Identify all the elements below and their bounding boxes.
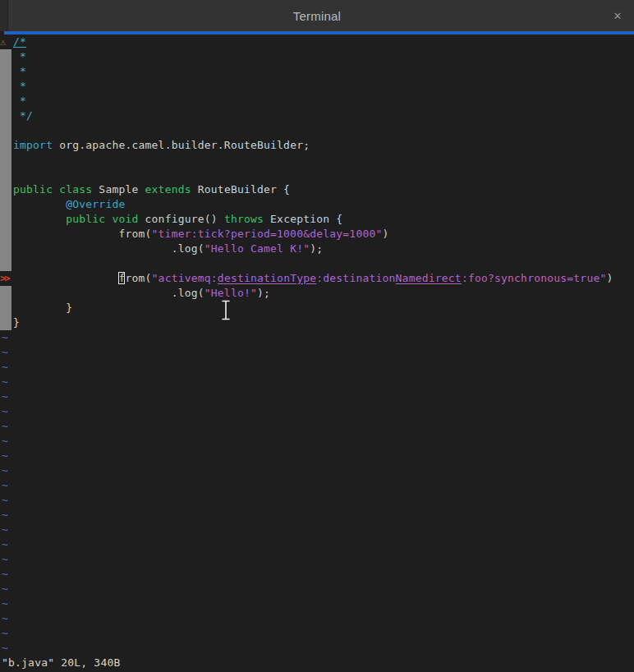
code-text: public void configure() throws Exception… bbox=[13, 212, 342, 227]
status-line: "b.java" 20L, 340B bbox=[2, 656, 120, 672]
titlebar[interactable]: Terminal ✕ bbox=[0, 0, 634, 31]
code-token: ); bbox=[310, 242, 323, 255]
code-token: */ bbox=[13, 109, 33, 122]
code-line: * bbox=[0, 79, 634, 94]
code-token bbox=[13, 272, 118, 284]
code-token: throws bbox=[224, 213, 264, 225]
code-text: } bbox=[13, 315, 20, 330]
empty-line-tilde: ~ bbox=[0, 552, 634, 567]
code-line: >> from("activemq:destinationType:destin… bbox=[0, 271, 634, 286]
empty-line-tilde: ~ bbox=[0, 626, 634, 641]
code-text: * bbox=[13, 49, 26, 64]
empty-line-tilde: ~ bbox=[0, 508, 634, 522]
code-line: * bbox=[0, 49, 634, 64]
code-line bbox=[0, 123, 634, 138]
empty-line-tilde: ~ bbox=[0, 537, 634, 552]
empty-line-tilde: ~ bbox=[0, 360, 634, 375]
sign-column bbox=[0, 94, 13, 108]
code-line bbox=[0, 153, 634, 168]
code-token: public bbox=[13, 183, 53, 196]
code-token: org.apache.camel.builder.RouteBuilder; bbox=[53, 139, 310, 151]
empty-line-tilde: ~ bbox=[0, 330, 634, 345]
code-text: /* bbox=[13, 35, 26, 49]
empty-line-tilde: ~ bbox=[0, 449, 634, 463]
sign-column bbox=[0, 138, 13, 153]
code-token bbox=[13, 198, 66, 210]
empty-line-tilde: ~ bbox=[0, 404, 634, 419]
error-sign-icon: >> bbox=[0, 271, 13, 286]
sign-column bbox=[0, 123, 13, 138]
code-line: * bbox=[0, 94, 634, 108]
code-token bbox=[13, 213, 66, 225]
code-token: "activemq: bbox=[152, 272, 218, 284]
code-line: .log("Hello!"); bbox=[0, 286, 634, 301]
code-token: .log( bbox=[13, 242, 204, 255]
code-line: */ bbox=[0, 108, 634, 123]
terminal-window: Terminal ✕ ⚠/* * * * * */import org.apac… bbox=[0, 0, 634, 672]
code-text: } bbox=[13, 301, 72, 315]
code-token bbox=[53, 183, 59, 196]
code-line: import org.apache.camel.builder.RouteBui… bbox=[0, 138, 634, 153]
code-text: public class Sample extends RouteBuilder… bbox=[13, 182, 290, 197]
sign-column bbox=[0, 108, 13, 123]
code-token: "Hello Camel K!" bbox=[204, 242, 310, 255]
code-area: ⚠/* * * * * */import org.apache.camel.bu… bbox=[0, 35, 634, 330]
close-icon[interactable]: ✕ bbox=[609, 0, 627, 31]
code-line: ⚠/* bbox=[0, 35, 634, 49]
empty-line-tilde: ~ bbox=[0, 478, 634, 493]
code-text: .log("Hello!"); bbox=[13, 286, 270, 301]
window-title: Terminal bbox=[293, 9, 341, 23]
code-token: * bbox=[13, 65, 26, 77]
code-token: public bbox=[66, 213, 105, 225]
code-token: void bbox=[112, 213, 138, 225]
sign-column bbox=[0, 79, 13, 94]
code-token: :foo?synchronous=true" bbox=[462, 272, 607, 284]
warning-sign-icon: ⚠ bbox=[0, 35, 13, 49]
code-line: } bbox=[0, 301, 634, 315]
empty-line-tilde: ~ bbox=[0, 434, 634, 449]
empty-line-tilde: ~ bbox=[0, 596, 634, 611]
code-token: /* bbox=[13, 35, 26, 48]
empty-buffer-area: ~~~~~~~~~~~~~~~~~~~~~~ bbox=[0, 330, 634, 656]
code-token: Namedirect bbox=[396, 272, 462, 284]
sign-column bbox=[0, 153, 13, 168]
sign-column bbox=[0, 168, 13, 182]
code-text: .log("Hello Camel K!"); bbox=[13, 242, 323, 256]
code-token: configure() bbox=[139, 213, 224, 225]
sign-column bbox=[0, 182, 13, 197]
code-line: public class Sample extends RouteBuilder… bbox=[0, 182, 634, 197]
code-token: .log( bbox=[13, 287, 204, 299]
code-line: } bbox=[0, 315, 634, 330]
code-token: * bbox=[13, 50, 26, 62]
code-line: * bbox=[0, 64, 634, 79]
code-line: public void configure() throws Exception… bbox=[0, 212, 634, 227]
terminal-screen[interactable]: ⚠/* * * * * */import org.apache.camel.bu… bbox=[0, 35, 634, 672]
sign-column bbox=[0, 301, 13, 315]
sign-column bbox=[0, 242, 13, 256]
code-text: from("activemq:destinationType:destinati… bbox=[13, 271, 613, 286]
code-text: @Override bbox=[13, 197, 125, 212]
code-token: "Hello!" bbox=[204, 287, 257, 299]
empty-line-tilde: ~ bbox=[0, 419, 634, 434]
titlebar-left-edge bbox=[0, 0, 8, 31]
code-token: RouteBuilder { bbox=[191, 183, 290, 196]
code-token: @Override bbox=[66, 198, 125, 210]
code-token: :destination bbox=[316, 272, 395, 284]
code-token: class bbox=[59, 183, 92, 196]
code-text: * bbox=[13, 94, 26, 108]
code-token: * bbox=[13, 94, 26, 107]
code-token: destinationType bbox=[218, 272, 316, 284]
code-token: Sample bbox=[92, 183, 145, 196]
code-line: from("timer:tick?period=1000&delay=1000"… bbox=[0, 227, 634, 242]
code-text: */ bbox=[13, 108, 33, 123]
code-token: * bbox=[13, 80, 26, 92]
code-text: * bbox=[13, 79, 26, 94]
code-token: } bbox=[13, 301, 72, 314]
code-token: ) bbox=[606, 272, 613, 284]
sign-column bbox=[0, 315, 13, 330]
code-token: ) bbox=[383, 228, 389, 240]
sign-column bbox=[0, 256, 13, 271]
code-line bbox=[0, 256, 634, 271]
code-token: Exception { bbox=[264, 213, 342, 225]
sign-column bbox=[0, 286, 13, 301]
